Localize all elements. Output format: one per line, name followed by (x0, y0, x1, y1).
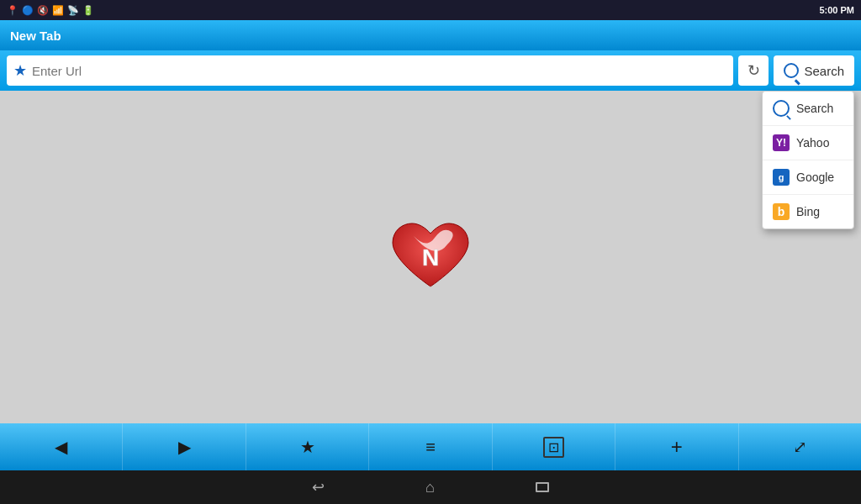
forward-icon: ▶ (178, 437, 191, 457)
signal-icon: 📡 (67, 5, 79, 16)
location-icon: 📍 (7, 5, 18, 16)
android-nav-bar: ↩ ⌂ (0, 470, 861, 504)
fullscreen-button[interactable]: ⤢ (739, 423, 861, 470)
search-engine-label-yahoo: Yahoo (796, 136, 829, 150)
app-logo: N (388, 219, 473, 295)
title-bar: New Tab (0, 20, 861, 50)
main-content: N (0, 91, 861, 423)
refresh-button[interactable]: ↻ (738, 55, 769, 86)
svg-text:N: N (422, 244, 439, 270)
search-engine-label-google: Google (796, 171, 834, 184)
bing-icon: b (773, 203, 790, 220)
search-icon (784, 63, 799, 78)
bluetooth-icon: 🔵 (22, 5, 34, 16)
google-icon: g (773, 169, 790, 186)
plus-icon: + (671, 435, 683, 459)
page-title: New Tab (10, 29, 61, 43)
time-display: 5:00 PM (819, 5, 854, 15)
logo-container: N (388, 219, 473, 295)
android-back-button[interactable]: ↩ (312, 478, 325, 496)
search-engine-label: Search (804, 64, 844, 78)
status-icons-left: 📍 🔵 🔇 📶 📡 🔋 (7, 5, 94, 16)
tabs-icon: ⊡ (543, 437, 564, 458)
fullscreen-icon: ⤢ (793, 437, 807, 457)
search-engine-label-search: Search (796, 102, 833, 115)
search-engine-dropdown: Search Y! Yahoo g Google b Bing (762, 91, 854, 229)
search-engine-icon (773, 100, 790, 117)
back-button[interactable]: ◀ (0, 423, 123, 470)
volume-icon: 🔇 (37, 5, 49, 16)
android-home-icon: ⌂ (425, 479, 435, 496)
search-engine-button[interactable]: Search (774, 55, 854, 86)
tabs-button[interactable]: ⊡ (493, 423, 615, 470)
dropdown-item-search[interactable]: Search (763, 92, 853, 126)
dropdown-item-bing[interactable]: b Bing (763, 195, 853, 228)
url-bar-container: ★ ↻ Search Search Y! Yahoo g Google b Bi… (0, 50, 861, 91)
dropdown-item-yahoo[interactable]: Y! Yahoo (763, 126, 853, 160)
wifi-icon: 📶 (52, 5, 64, 16)
search-engine-label-bing: Bing (796, 205, 820, 218)
menu-button[interactable]: ≡ (369, 423, 492, 470)
android-home-button[interactable]: ⌂ (425, 479, 435, 496)
battery-icon: 🔋 (82, 5, 94, 16)
status-time: 5:00 PM (819, 5, 854, 15)
android-recents-icon (536, 482, 549, 492)
refresh-icon: ↻ (747, 61, 760, 80)
url-input-wrapper: ★ (7, 55, 733, 86)
dropdown-item-google[interactable]: g Google (763, 160, 853, 195)
bottom-nav: ◀ ▶ ★ ≡ ⊡ + ⤢ (0, 423, 861, 470)
forward-button[interactable]: ▶ (123, 423, 246, 470)
back-icon: ◀ (55, 437, 67, 457)
star-icon: ★ (300, 437, 315, 457)
bookmark-star-icon: ★ (13, 61, 27, 80)
android-back-icon: ↩ (312, 478, 325, 496)
new-tab-button[interactable]: + (615, 423, 738, 470)
url-input[interactable] (32, 64, 726, 78)
android-recents-button[interactable] (536, 482, 549, 492)
yahoo-icon: Y! (773, 134, 790, 151)
status-bar: 📍 🔵 🔇 📶 📡 🔋 5:00 PM (0, 0, 861, 20)
bookmark-button[interactable]: ★ (246, 423, 369, 470)
hamburger-icon: ≡ (425, 438, 436, 457)
